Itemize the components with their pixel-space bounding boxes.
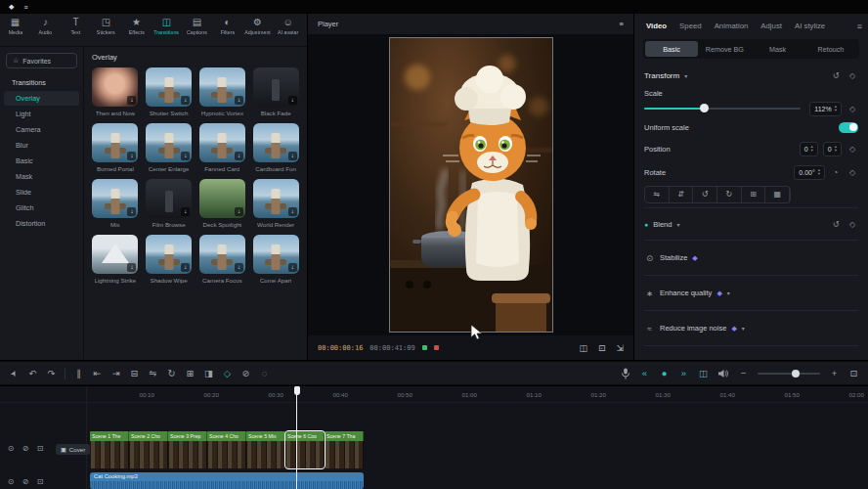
sidebar-section-label[interactable]: Transitions bbox=[4, 76, 79, 91]
app-menu-icon[interactable]: ≡ bbox=[23, 4, 27, 11]
transition-thumbnail[interactable]: ↓ bbox=[199, 123, 245, 162]
download-icon[interactable]: ↓ bbox=[288, 152, 297, 160]
audio-clip[interactable]: Cat Cooking.mp3 bbox=[90, 472, 364, 489]
level-icon[interactable]: ▦ bbox=[765, 187, 790, 202]
transition-thumbnail[interactable]: ↓ bbox=[92, 67, 138, 107]
delete-right-icon[interactable]: ⇥ bbox=[110, 368, 121, 379]
tab-speed[interactable]: Speed bbox=[673, 18, 708, 34]
tab-audio[interactable]: ♪ Audio bbox=[30, 17, 61, 35]
transition-item[interactable]: ↓ Black Fade bbox=[252, 67, 299, 116]
keyframe-icon[interactable]: ◇ bbox=[846, 145, 858, 154]
zoom-in-button[interactable]: + bbox=[829, 368, 840, 379]
tab-captions[interactable]: ▤ Captions bbox=[182, 17, 212, 35]
download-icon[interactable]: ↓ bbox=[235, 96, 243, 105]
flip-horizontal-icon[interactable]: ⇋ bbox=[645, 187, 670, 202]
timeline-clip[interactable]: Scene 7 Tha bbox=[325, 431, 364, 468]
mute-icon[interactable]: ⊘ bbox=[240, 368, 251, 379]
mask-icon[interactable]: ◨ bbox=[203, 368, 214, 379]
rotate-value-input[interactable]: 0.00° ▴▾ bbox=[794, 165, 825, 180]
download-icon[interactable]: ↓ bbox=[127, 263, 136, 272]
transition-item[interactable]: ↓ Hypnotic Vortex bbox=[199, 67, 246, 116]
keyframe-icon[interactable]: ◇ bbox=[846, 105, 858, 113]
stabilize-row[interactable]: ⊙ Stabilize ◆ bbox=[644, 244, 858, 271]
download-icon[interactable]: ↓ bbox=[127, 207, 136, 216]
chevron-down-icon[interactable]: ▾ bbox=[742, 325, 745, 332]
scale-value-input[interactable]: 112% ▴▾ bbox=[809, 102, 842, 116]
zoom-handle[interactable] bbox=[792, 370, 800, 378]
timeline-clip[interactable]: Scene 2 Cho bbox=[129, 431, 168, 468]
timeline-ruler[interactable]: 00:1000:2000:3000:4000:5001:0001:1001:20… bbox=[0, 386, 868, 403]
subtab-remove-bg[interactable]: Remove BG bbox=[698, 41, 751, 57]
download-icon[interactable]: ↓ bbox=[288, 263, 297, 272]
reset-icon[interactable]: ↺ bbox=[830, 220, 842, 229]
transition-item[interactable]: ↓ Lightning Strike bbox=[92, 235, 139, 284]
download-icon[interactable]: ↓ bbox=[127, 152, 136, 160]
sidebar-item-glitch[interactable]: Glitch bbox=[4, 200, 79, 215]
enhance-quality-row[interactable]: ∗ Enhance quality ◆ ▾ bbox=[644, 280, 858, 306]
forward-icon[interactable]: » bbox=[678, 368, 689, 379]
sidebar-item-mask[interactable]: Mask bbox=[4, 169, 79, 184]
transition-thumbnail[interactable]: ↓ bbox=[92, 123, 138, 162]
playhead[interactable] bbox=[296, 386, 297, 489]
player-menu-icon[interactable]: ≡ bbox=[620, 20, 624, 28]
transition-thumbnail[interactable]: ↓ bbox=[92, 179, 138, 218]
preview-range-icon[interactable]: ◫ bbox=[698, 368, 709, 379]
download-icon[interactable]: ↓ bbox=[181, 96, 190, 105]
transition-thumbnail[interactable]: ↓ bbox=[146, 67, 192, 107]
fit-timeline-button[interactable]: ⊡ bbox=[848, 368, 859, 379]
transition-thumbnail[interactable]: ↓ bbox=[199, 67, 245, 107]
keyframe-icon[interactable]: ◇ bbox=[846, 168, 858, 177]
transition-thumbnail[interactable]: ↓ bbox=[253, 67, 299, 107]
rotate-right-icon[interactable]: ↻ bbox=[717, 187, 742, 202]
transition-item[interactable]: ↓ Center Enlarge bbox=[146, 123, 193, 172]
tab-ai-stylize[interactable]: AI stylize bbox=[789, 18, 831, 34]
tab-filters[interactable]: ◐ Filters bbox=[212, 17, 242, 35]
mark-out-icon[interactable] bbox=[434, 345, 439, 350]
record-icon[interactable]: ● bbox=[659, 368, 670, 379]
slider-handle[interactable] bbox=[700, 104, 709, 112]
transition-item[interactable]: ↓ Fanned Card bbox=[199, 123, 246, 172]
keyframe-icon[interactable]: ◇ bbox=[846, 71, 858, 80]
flip-vertical-icon[interactable]: ⇵ bbox=[670, 187, 694, 202]
subtab-mask[interactable]: Mask bbox=[752, 41, 804, 57]
transition-item[interactable]: ↓ Burned Portal bbox=[92, 123, 139, 172]
rotate-dial-icon[interactable]: ◔ bbox=[830, 168, 842, 177]
favorites-button[interactable]: ☆ Favorites bbox=[6, 53, 77, 68]
chevron-down-icon[interactable]: ▾ bbox=[684, 72, 687, 79]
sidebar-item-blur[interactable]: Blur bbox=[4, 138, 79, 153]
download-icon[interactable]: ↓ bbox=[288, 207, 297, 216]
undo-icon[interactable]: ↶ bbox=[27, 368, 38, 379]
select-tool-icon[interactable]: ➤ bbox=[7, 366, 22, 380]
zoom-out-button[interactable]: − bbox=[738, 368, 749, 379]
keyframe-icon[interactable]: ◇ bbox=[846, 220, 858, 229]
download-icon[interactable]: ↓ bbox=[181, 263, 190, 272]
delete-icon[interactable]: ⊟ bbox=[129, 368, 140, 379]
rotate-icon[interactable]: ↻ bbox=[166, 368, 177, 379]
tab-transitions[interactable]: ◫ Transitions bbox=[152, 17, 182, 35]
transition-item[interactable]: ↓ Shutter Switch bbox=[146, 67, 193, 116]
transition-thumbnail[interactable]: ↓ bbox=[92, 235, 138, 274]
tab-ai-avatar[interactable]: ☺ AI avatar bbox=[273, 17, 303, 35]
track-hide-icon[interactable]: ⊙ bbox=[6, 476, 16, 488]
position-y-input[interactable]: 0 ▴▾ bbox=[823, 142, 842, 156]
tab-effects[interactable]: ★ Effects bbox=[121, 17, 152, 35]
fullscreen-icon[interactable]: ⇲ bbox=[616, 343, 624, 353]
cover-button[interactable]: ▣ Cover bbox=[56, 444, 90, 455]
keyframe-icon[interactable]: ◇ bbox=[222, 368, 233, 379]
tab-media[interactable]: ▦ Media bbox=[0, 17, 30, 35]
transition-item[interactable]: ↓ Come Apart bbox=[252, 235, 299, 284]
download-icon[interactable]: ↓ bbox=[288, 96, 297, 105]
reset-icon[interactable]: ↺ bbox=[830, 71, 842, 80]
speaker-icon[interactable] bbox=[717, 369, 729, 378]
subtab-retouch[interactable]: Retouch bbox=[804, 41, 857, 57]
sidebar-item-distortion[interactable]: Distortion bbox=[4, 216, 79, 231]
download-icon[interactable]: ↓ bbox=[181, 207, 190, 216]
download-icon[interactable]: ↓ bbox=[235, 263, 243, 272]
scale-slider[interactable] bbox=[644, 108, 801, 110]
download-icon[interactable]: ↓ bbox=[127, 96, 136, 105]
tab-video[interactable]: Video bbox=[640, 18, 673, 34]
timeline[interactable]: 00:1000:2000:3000:4000:5001:0001:1001:20… bbox=[0, 386, 868, 489]
transition-thumbnail[interactable]: ↓ bbox=[253, 123, 299, 162]
timeline-clip[interactable]: Scene 1 The bbox=[90, 431, 129, 468]
canvas-fit-icon[interactable]: ⊡ bbox=[598, 343, 606, 353]
